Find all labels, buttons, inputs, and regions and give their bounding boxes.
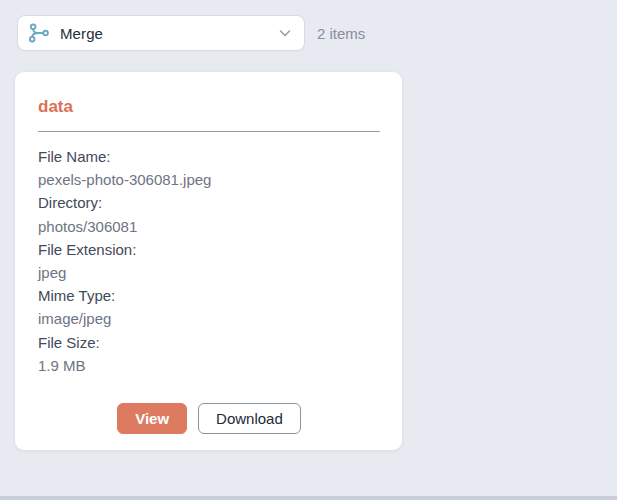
download-button[interactable]: Download	[198, 403, 301, 434]
data-card: data File Name: pexels-photo-306081.jpeg…	[15, 72, 402, 450]
file-metadata: File Name: pexels-photo-306081.jpeg Dire…	[38, 145, 380, 377]
chevron-down-icon[interactable]	[278, 26, 292, 40]
toolbar: Merge 2 items	[17, 15, 365, 51]
divider	[38, 131, 380, 132]
meta-value-file-extension: jpeg	[38, 261, 380, 284]
meta-value-mime-type: image/jpeg	[38, 307, 380, 330]
meta-value-file-name: pexels-photo-306081.jpeg	[38, 168, 380, 191]
node-type-select[interactable]: Merge	[17, 15, 305, 51]
meta-value-file-size: 1.9 MB	[38, 354, 380, 377]
meta-label-directory: Directory:	[38, 191, 380, 214]
card-title: data	[38, 96, 380, 118]
screen: Merge 2 items data File Name: pexels-pho…	[0, 0, 617, 500]
card-actions: View Download	[38, 403, 380, 434]
meta-label-file-size: File Size:	[38, 331, 380, 354]
meta-label-file-extension: File Extension:	[38, 238, 380, 261]
merge-icon	[28, 22, 50, 44]
items-count: 2 items	[317, 25, 365, 42]
meta-label-mime-type: Mime Type:	[38, 284, 380, 307]
meta-value-directory: photos/306081	[38, 215, 380, 238]
bottom-strip	[0, 496, 617, 500]
select-value-label: Merge	[60, 25, 278, 42]
view-button[interactable]: View	[117, 403, 187, 434]
meta-label-file-name: File Name:	[38, 145, 380, 168]
